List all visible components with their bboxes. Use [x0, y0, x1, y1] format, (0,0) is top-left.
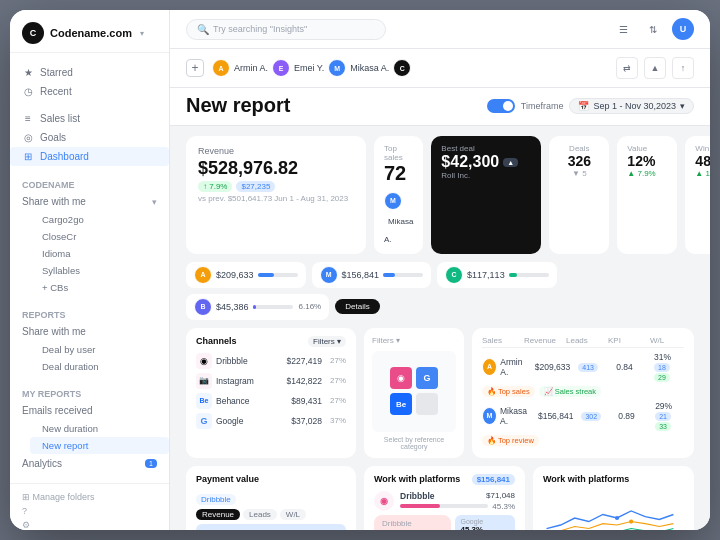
- sidebar-item-idioma[interactable]: Idioma: [30, 245, 169, 262]
- sidebar-item-new-report[interactable]: New report: [30, 437, 169, 454]
- sidebar-item-starred[interactable]: ★ Starred: [10, 63, 169, 82]
- plat-big-dribbble: Dribbble 45.3% $71,048: [374, 515, 451, 531]
- sidebar-item-syllables[interactable]: Syllables: [30, 262, 169, 279]
- revenue-label: Revenue: [198, 146, 354, 156]
- sidebar-item-recent[interactable]: ◷ Recent: [10, 82, 169, 101]
- clock-icon: ◷: [22, 86, 34, 97]
- tag-top-sales: 🔥 Top sales: [482, 386, 535, 397]
- behance-amount: $89,431: [291, 396, 322, 406]
- sidebar-item-goals[interactable]: ◎ Goals: [10, 128, 169, 147]
- row-armin-avatar: A: [482, 358, 497, 376]
- page-header-right: ⇄ ▲ ↑: [616, 57, 694, 79]
- avatar-mikasa: M: [328, 59, 346, 77]
- plat-google-label: Google: [461, 518, 510, 525]
- nav-section-main: ≡ Sales list ◎ Goals ⊞ Dashboard: [10, 105, 169, 170]
- best-deal-value: $42,300: [441, 153, 499, 171]
- details-button[interactable]: Details: [335, 299, 379, 314]
- col-revenue: Revenue: [524, 336, 558, 345]
- behance-icon: Be: [196, 393, 212, 409]
- logo-dropdown[interactable]: ▾: [140, 29, 144, 38]
- best-deal-card: Best deal $42,300 ▲ Roll Inc.: [431, 136, 541, 254]
- revenue-amount: $528,976.82: [198, 158, 354, 179]
- sidebar-item-deal-by-user[interactable]: Deal by user: [30, 341, 169, 358]
- filter-icon-btn[interactable]: ⇄: [616, 57, 638, 79]
- value-card: Value 12% ▲ 7.9%: [617, 136, 677, 254]
- nav-group-codename: Codename: [10, 174, 169, 192]
- chart-btn-leads[interactable]: Leads: [243, 509, 277, 520]
- channels-filter-btn[interactable]: Filters ▾: [308, 336, 346, 347]
- timeframe-toggle-switch[interactable]: [487, 99, 515, 113]
- prev-google: G: [416, 367, 438, 389]
- nav-section-my-reports: My reports Emails received New duration …: [10, 379, 169, 477]
- row-mikasa-avatar: M: [482, 407, 497, 425]
- plat-row-dribbble: Dribbble $71,048: [400, 491, 515, 501]
- tag-sales-streak: 📈 Sales streak: [539, 386, 601, 397]
- prev-other: [416, 393, 438, 415]
- logo-icon: C: [22, 22, 44, 44]
- sidebar-item-new-duration[interactable]: New duration: [30, 420, 169, 437]
- avatar-c: C: [393, 59, 411, 77]
- sidebar-item-emails-received[interactable]: Emails received: [10, 401, 169, 420]
- top-sales-name: Mikasa A.: [384, 217, 413, 244]
- value-sub: ▲ 7.9%: [627, 169, 667, 178]
- plat-large-row: Dribbble 45.3% $71,048 Google 45.3% $71,…: [374, 515, 515, 531]
- expand-icon[interactable]: ▾: [152, 197, 157, 207]
- row-armin-kpi: 0.84: [616, 362, 646, 372]
- preview-caption: Select by reference category: [372, 436, 456, 450]
- plat-info-dribbble: Dribbble $71,048 45.3%: [400, 491, 515, 511]
- sort-asc-btn[interactable]: ▲: [644, 57, 666, 79]
- user-avatar[interactable]: U: [672, 18, 694, 40]
- chart-btn-wl[interactable]: W/L: [280, 509, 306, 520]
- channels-title: Channels Filters ▾: [196, 336, 346, 347]
- report-title: New report: [186, 94, 290, 117]
- top-sales-label: Top sales: [384, 144, 413, 162]
- platforms-card: Work with platforms $156,841 ◉ Dribbble …: [364, 466, 525, 531]
- plat-item-dribbble: ◉ Dribbble $71,048 45.3%: [374, 491, 515, 511]
- help-item[interactable]: ?: [22, 506, 157, 516]
- settings-item[interactable]: ⚙: [22, 520, 157, 530]
- sidebar-item-sales-list[interactable]: ≡ Sales list: [10, 109, 169, 128]
- goal-icon: ◎: [22, 132, 34, 143]
- sidebar-item-analytics[interactable]: Analytics 1: [10, 454, 169, 473]
- plat-logo-dribbble: ◉: [374, 491, 394, 511]
- sp-bar-fill-armin: [258, 273, 274, 277]
- sidebar-item-cargo2go[interactable]: Cargo2go: [30, 211, 169, 228]
- sidebar-item-oc-bs[interactable]: + CBs: [30, 279, 169, 296]
- value-label: Value: [627, 144, 667, 153]
- row-armin-wl: 31% 18 29: [654, 352, 684, 382]
- sidebar-item-closecr[interactable]: CloseCr: [30, 228, 169, 245]
- plat-bar-fill-dribbble: [400, 504, 440, 508]
- export-btn[interactable]: ↑: [672, 57, 694, 79]
- search-icon: 🔍: [197, 24, 209, 35]
- sales-table-header: Sales Revenue Leads KPI W/L: [482, 336, 684, 348]
- sidebar-item-reports-share[interactable]: Share with me: [10, 322, 169, 341]
- avatar-emei-label: Emei Y.: [294, 63, 324, 73]
- add-button[interactable]: +: [186, 59, 204, 77]
- sp-bar-c: [509, 273, 549, 277]
- avatar-armin-label: Armin A.: [234, 63, 268, 73]
- sidebar-item-deal-duration[interactable]: Deal duration: [30, 358, 169, 375]
- list-icon: ≡: [22, 113, 34, 124]
- sales-table-card: Sales Revenue Leads KPI W/L A Armin A. $…: [472, 328, 694, 458]
- revenue-sub: vs prev. $501,641.73 Jun 1 - Aug 31, 202…: [198, 194, 354, 203]
- sort-icon-btn[interactable]: ⇅: [642, 18, 664, 40]
- chart-filter-badge[interactable]: Dribbble: [196, 494, 236, 505]
- dribbble-name: Dribbble: [216, 356, 283, 366]
- search-box[interactable]: 🔍 Try searching "Insights": [186, 19, 386, 40]
- sidebar-item-share-with-me[interactable]: Share with me ▾: [10, 192, 169, 211]
- manage-folders[interactable]: ⊞ Manage folders: [22, 492, 157, 502]
- salespeople-row: A $209,633 M $156,841 C $117,113 B $45,3…: [186, 262, 694, 320]
- preview-inner: ◉ G Be: [372, 351, 456, 432]
- plat-google-box: Google 45.3% $71,048: [455, 515, 516, 531]
- menu-icon-btn[interactable]: ☰: [612, 18, 634, 40]
- date-badge[interactable]: 📅 Sep 1 - Nov 30,2023 ▾: [569, 98, 694, 114]
- grid-icon: ⊞: [22, 151, 34, 162]
- table-row-armin: A Armin A. $209,633 413 0.84 31% 18 29: [482, 352, 684, 382]
- chart-btn-revenue[interactable]: Revenue: [196, 509, 240, 520]
- avatar-group: A Armin A. E Emei Y. M Mikasa A. C: [212, 59, 411, 77]
- sidebar-item-dashboard[interactable]: ⊞ Dashboard: [10, 147, 169, 166]
- sp-c: C $117,113: [437, 262, 557, 288]
- behance-pct: 27%: [330, 396, 346, 405]
- deals-card: Deals 326 ▼ 5: [549, 136, 609, 254]
- prev-behance: Be: [390, 393, 412, 415]
